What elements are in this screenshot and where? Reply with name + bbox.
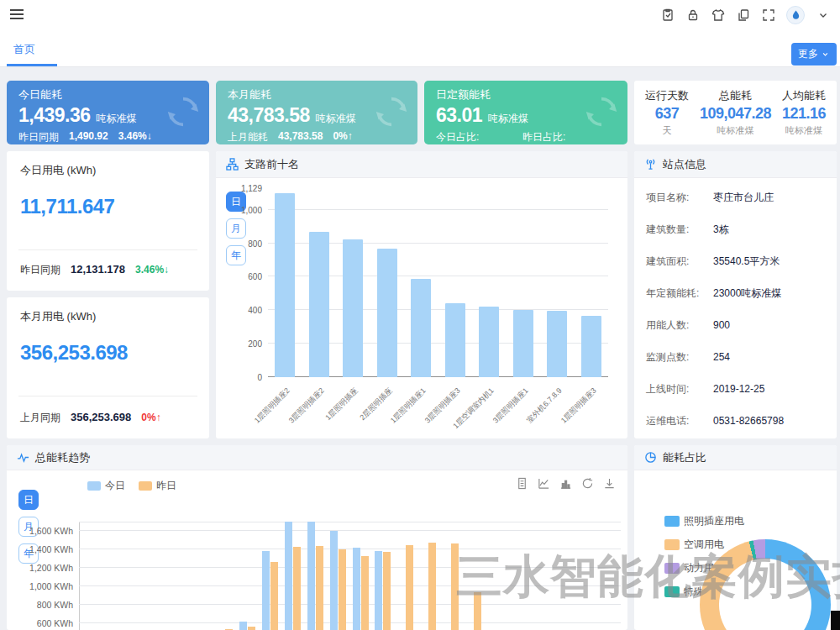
branch-period-buttons: 日月年: [226, 192, 246, 265]
trend-bar-昨日: [293, 547, 301, 630]
user-avatar-water-drop[interactable]: [786, 6, 805, 24]
kpi-sub-change: 3.46%↓: [118, 130, 152, 144]
compare-value: 356,253.698: [71, 411, 131, 423]
trend-bar-今日: [239, 622, 247, 630]
kpi-sub-value: 1,490.92: [69, 130, 108, 144]
trend-chart-plot: 400 KWh600 KWh800 KWh1,000 KWh1,200 KWh1…: [79, 522, 621, 630]
kpi-value: 63.01: [436, 104, 482, 127]
trend-bar-昨日: [361, 556, 369, 630]
period-button-月[interactable]: 月: [226, 218, 246, 239]
branch-bar: [411, 279, 431, 377]
trend-bar-今日: [353, 548, 360, 630]
legend-item[interactable]: 昨日: [139, 479, 176, 493]
period-button-年[interactable]: 年: [226, 245, 246, 265]
stat-total-energy: 总能耗 109,047.28 吨标准煤: [700, 81, 771, 144]
more-button[interactable]: 更多: [791, 43, 837, 66]
trend-bar-昨日: [428, 543, 436, 630]
compare-change: 3.46%↓: [135, 264, 169, 276]
menu-toggle-icon[interactable]: [10, 9, 24, 21]
stat-per-capita-energy: 人均能耗 121.16 吨标准煤: [771, 81, 837, 144]
site-info-panel: 站点信息 项目名称:枣庄市台儿庄建筑数量:3栋建筑面积:35540.5平方米年定…: [634, 151, 837, 438]
bar-chart-toggle-icon[interactable]: [559, 477, 572, 490]
corner-dark-block: [831, 611, 840, 630]
panel-title: 支路前十名: [244, 157, 299, 172]
save-image-download-icon[interactable]: [603, 477, 616, 490]
divider: [18, 249, 197, 250]
tab-home[interactable]: 首页: [13, 42, 35, 57]
trend-bar-昨日: [474, 592, 481, 630]
line-chart-toggle-icon[interactable]: [538, 477, 550, 490]
kpi-sub-label2: 昨日占比:: [522, 131, 565, 143]
kpi-sub-change: 0%↑: [333, 130, 352, 144]
compare-label: 上月同期: [20, 411, 60, 425]
kpi-value: 43,783.58: [228, 104, 310, 127]
panel-title: 本月用电 (kWh): [20, 309, 96, 324]
lock-icon[interactable]: [685, 8, 700, 23]
compare-change: 0%↑: [141, 412, 160, 423]
tab-home-active-underline: [7, 64, 57, 66]
trend-bar-昨日: [451, 543, 459, 630]
org-chart-icon: [226, 158, 239, 171]
branch-bar: [479, 307, 499, 377]
legend-item[interactable]: 照明插座用电: [664, 514, 744, 528]
site-info-row: 监测点数:254: [634, 341, 837, 373]
activity-pulse-icon: [17, 451, 29, 464]
site-info-row: 建筑面积:35540.5平方米: [634, 245, 837, 277]
trend-bar-昨日: [270, 562, 278, 630]
kpi-sub-label: 上月能耗: [228, 130, 268, 144]
energy-trend-panel: 总能耗趋势 今日昨日 日月年 400 KWh600 KWh800 KWh1,00…: [7, 445, 627, 630]
today-electricity-panel: 今日用电 (kWh) 11,711.647 昨日同期 12,131.178 3.…: [7, 151, 209, 291]
panel-title: 能耗占比: [663, 450, 706, 465]
compare-value: 12,131.178: [71, 263, 125, 276]
panel-title: 总能耗趋势: [35, 450, 90, 465]
site-info-row: 年定额能耗:23000吨标准煤: [634, 277, 837, 309]
branch-bar: [547, 311, 567, 377]
antenna-icon: [644, 158, 657, 171]
legend-swatch: [664, 516, 680, 527]
fullscreen-icon[interactable]: [761, 8, 775, 23]
kpi-card-today-energy: 今日能耗 1,439.36 吨标准煤 昨日同期 1,490.92 3.46%↓: [7, 81, 209, 144]
audit-log-icon[interactable]: [660, 8, 675, 23]
trend-bar-昨日: [339, 549, 346, 630]
energy-share-panel: 能耗占比 照明插座用电空调用电动力用电特殊用电: [634, 445, 837, 630]
electricity-value: 11,711.647: [20, 195, 114, 218]
legend-swatch: [87, 481, 101, 491]
restore-refresh-icon[interactable]: [581, 477, 594, 490]
refresh-cycle-icon: [372, 92, 411, 131]
site-info-row: 上线时间:2019-12-25: [634, 373, 837, 405]
month-electricity-panel: 本月用电 (kWh) 356,253.698 上月同期 356,253.698 …: [7, 297, 209, 438]
branch-bar: [513, 310, 533, 377]
trend-bar-今日: [375, 551, 382, 630]
site-info-row: 运维电话:0531-82665798: [634, 405, 837, 437]
trend-legend: 今日昨日: [87, 479, 176, 493]
refresh-cycle-icon: [582, 92, 621, 131]
period-button-日[interactable]: 日: [18, 490, 39, 510]
branch-bar: [581, 316, 601, 377]
panel-title: 站点信息: [663, 157, 706, 172]
user-menu-chevron-down-icon[interactable]: [816, 8, 830, 23]
theme-skin-icon[interactable]: [711, 8, 725, 23]
trend-bar-昨日: [316, 546, 323, 630]
copy-pages-icon[interactable]: [736, 8, 750, 23]
legend-swatch: [139, 481, 152, 491]
compare-label: 昨日同期: [20, 263, 60, 277]
data-view-icon[interactable]: [516, 477, 528, 490]
trend-bar-昨日: [406, 545, 413, 630]
branch-chart-plot: 02004006008001,0001,1291层照明插座23层照明插座21层照…: [268, 188, 608, 377]
kpi-card-month-energy: 本月能耗 43,783.58 吨标准煤 上月能耗 43,783.58 0%↑: [216, 81, 417, 144]
divider: [18, 396, 197, 396]
site-info-row: 用能人数:900: [634, 309, 837, 341]
branch-bar: [275, 193, 295, 377]
branch-bar: [343, 239, 363, 377]
trend-bar-昨日: [383, 552, 391, 630]
kpi-sub-label: 今日占比:: [436, 131, 479, 143]
legend-swatch: [664, 586, 680, 597]
refresh-cycle-icon: [164, 92, 202, 131]
kpi-unit: 吨标准煤: [97, 112, 137, 126]
electricity-value: 356,253.698: [20, 341, 128, 365]
legend-item[interactable]: 今日: [87, 479, 125, 493]
branch-bar: [309, 232, 329, 377]
kpi-card-daily-quota-energy: 日定额能耗 63.01 吨标准煤 今日占比: 2,284.2% 昨日占比: 2,…: [424, 81, 627, 144]
kpi-unit: 吨标准煤: [316, 112, 356, 126]
legend-swatch: [664, 563, 680, 574]
